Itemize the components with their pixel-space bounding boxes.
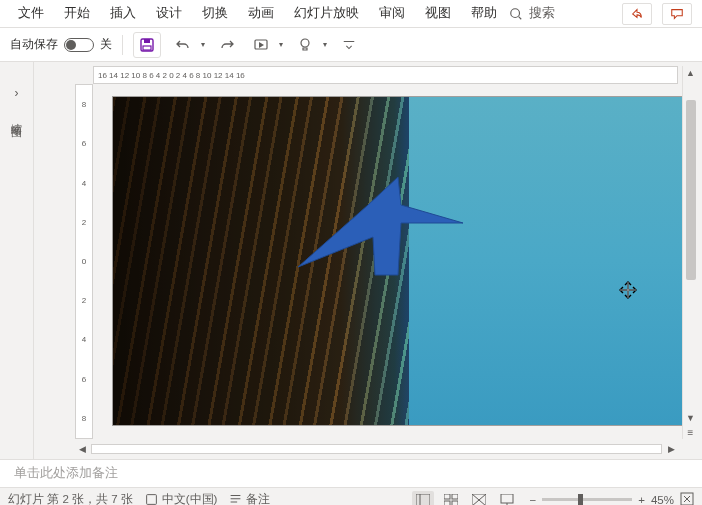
slideshow-view-button[interactable] [496, 491, 518, 506]
notes-placeholder: 单击此处添加备注 [14, 465, 118, 482]
lightbulb-icon [297, 37, 313, 53]
scroll-thumb-v[interactable] [686, 100, 696, 280]
from-beginning-button[interactable] [249, 32, 273, 58]
play-caret[interactable]: ▾ [279, 40, 283, 49]
undo-icon [175, 37, 191, 53]
notes-icon [229, 493, 242, 505]
tower-icon [293, 175, 493, 285]
zoom-in-button[interactable]: + [638, 494, 645, 506]
fit-to-window-button[interactable] [680, 492, 694, 506]
svg-rect-4 [143, 46, 151, 50]
chevron-down-icon [342, 38, 356, 52]
menu-view[interactable]: 视图 [417, 1, 459, 26]
status-bar: 幻灯片 第 2 张，共 7 张 中文(中国) 备注 − + 45% [0, 487, 702, 505]
svg-marker-7 [298, 177, 463, 275]
comments-button[interactable] [662, 3, 692, 25]
language-button[interactable]: 中文(中国) [145, 492, 218, 505]
zoom-label[interactable]: 45% [651, 494, 674, 506]
view-buttons [412, 491, 518, 506]
ideas-caret[interactable]: ▾ [323, 40, 327, 49]
chevron-right-icon: › [15, 86, 19, 100]
fit-icon [680, 492, 694, 506]
search-icon [509, 7, 523, 21]
save-icon [139, 37, 155, 53]
scroll-down-icon[interactable]: ▼ [684, 411, 698, 425]
svg-rect-11 [444, 494, 450, 499]
svg-point-6 [301, 39, 309, 47]
svg-rect-18 [501, 494, 513, 503]
search-label: 搜索 [529, 5, 555, 22]
normal-view-button[interactable] [412, 491, 434, 506]
sorter-view-button[interactable] [440, 491, 462, 506]
overflow-button[interactable] [337, 32, 361, 58]
quick-toolbar: 自动保存 关 ▾ ▾ ▾ [0, 28, 702, 62]
split-icon[interactable]: ≡ [684, 425, 698, 439]
search-box[interactable]: 搜索 [509, 5, 555, 22]
menu-file[interactable]: 文件 [10, 1, 52, 26]
canvas-area: 16 14 12 10 8 6 4 2 0 2 4 6 8 10 12 14 1… [34, 62, 702, 459]
outline-pane-collapsed[interactable]: › 缩略图 [0, 62, 34, 459]
tower-shape[interactable] [293, 175, 493, 285]
svg-line-1 [519, 16, 522, 19]
svg-rect-14 [452, 501, 458, 506]
menu-slideshow[interactable]: 幻灯片放映 [286, 1, 367, 26]
scroll-left-icon[interactable]: ◀ [75, 442, 89, 456]
sorter-view-icon [444, 494, 458, 506]
normal-view-icon [416, 494, 430, 506]
reading-view-icon [472, 494, 486, 506]
menu-insert[interactable]: 插入 [102, 1, 144, 26]
menubar: 文件 开始 插入 设计 切换 动画 幻灯片放映 审阅 视图 帮助 搜索 [0, 0, 702, 28]
scroll-track-h[interactable] [91, 444, 662, 454]
zoom-out-button[interactable]: − [530, 494, 537, 506]
svg-point-0 [511, 8, 520, 17]
language-icon [145, 493, 158, 505]
notes-button[interactable]: 备注 [229, 492, 270, 505]
autosave-label: 自动保存 [10, 36, 58, 53]
toggle-icon [64, 38, 94, 52]
svg-rect-13 [444, 501, 450, 506]
ruler-vertical: 864202468 [75, 84, 93, 439]
share-icon [630, 7, 644, 21]
share-button[interactable] [622, 3, 652, 25]
slide-canvas[interactable] [112, 96, 684, 426]
notes-pane[interactable]: 单击此处添加备注 [0, 459, 702, 487]
ideas-button[interactable] [293, 32, 317, 58]
menu-home[interactable]: 开始 [56, 1, 98, 26]
menu-transition[interactable]: 切换 [194, 1, 236, 26]
play-icon [253, 37, 269, 53]
svg-rect-8 [146, 495, 156, 505]
zoom-controls: − + 45% [530, 492, 694, 506]
menu-design[interactable]: 设计 [148, 1, 190, 26]
reading-view-button[interactable] [468, 491, 490, 506]
scroll-right-icon[interactable]: ▶ [664, 442, 678, 456]
undo-button[interactable] [171, 32, 195, 58]
language-label: 中文(中国) [162, 492, 218, 505]
menu-review[interactable]: 审阅 [371, 1, 413, 26]
scrollbar-vertical[interactable]: ▲ ▼ ≡ [682, 66, 698, 439]
comment-icon [670, 7, 684, 21]
svg-rect-12 [452, 494, 458, 499]
menu-help[interactable]: 帮助 [463, 1, 505, 26]
redo-button[interactable] [215, 32, 239, 58]
scrollbar-horizontal[interactable]: ◀ ▶ [75, 441, 678, 457]
slide-count-label[interactable]: 幻灯片 第 2 张，共 7 张 [8, 492, 133, 505]
ruler-h-ticks: 16 14 12 10 8 6 4 2 0 2 4 6 8 10 12 14 1… [94, 67, 677, 83]
ruler-horizontal: 16 14 12 10 8 6 4 2 0 2 4 6 8 10 12 14 1… [93, 66, 678, 84]
menu-animation[interactable]: 动画 [240, 1, 282, 26]
scroll-up-icon[interactable]: ▲ [684, 66, 698, 80]
save-button[interactable] [133, 32, 161, 58]
autosave-toggle[interactable]: 自动保存 关 [10, 36, 112, 53]
zoom-slider[interactable] [542, 498, 632, 501]
autosave-state: 关 [100, 36, 112, 53]
outline-label: 缩略图 [9, 114, 24, 120]
slideshow-view-icon [500, 494, 514, 506]
notes-label: 备注 [246, 492, 270, 505]
redo-icon [219, 37, 235, 53]
work-area: › 缩略图 16 14 12 10 8 6 4 2 0 2 4 6 8 10 1… [0, 62, 702, 459]
svg-rect-3 [144, 39, 150, 43]
undo-caret[interactable]: ▾ [201, 40, 205, 49]
svg-rect-9 [416, 494, 430, 506]
